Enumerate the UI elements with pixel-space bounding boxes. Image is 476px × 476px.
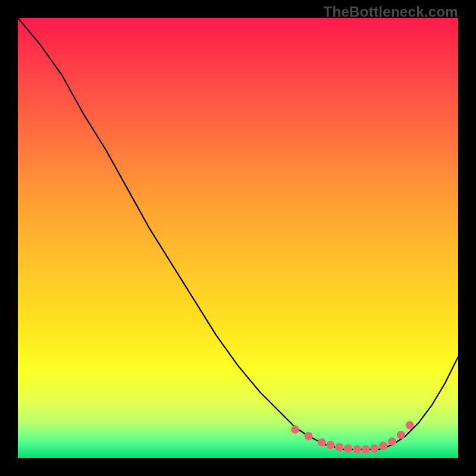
marker-dot — [397, 431, 405, 439]
marker-dot — [291, 425, 299, 434]
marker-dot — [344, 444, 352, 453]
curve-path — [18, 18, 458, 449]
marker-dot — [362, 445, 370, 453]
marker-dot — [370, 444, 378, 453]
marker-dot — [318, 438, 326, 446]
marker-dot — [388, 437, 396, 446]
marker-group — [291, 421, 414, 454]
marker-dot — [335, 443, 343, 452]
marker-dot — [379, 441, 387, 450]
marker-dot — [406, 421, 414, 430]
marker-dot — [326, 441, 334, 449]
chart-stage: TheBottleneck.com — [0, 0, 476, 476]
marker-dot — [353, 445, 361, 453]
marker-dot — [304, 432, 312, 440]
chart-svg — [18, 18, 458, 458]
